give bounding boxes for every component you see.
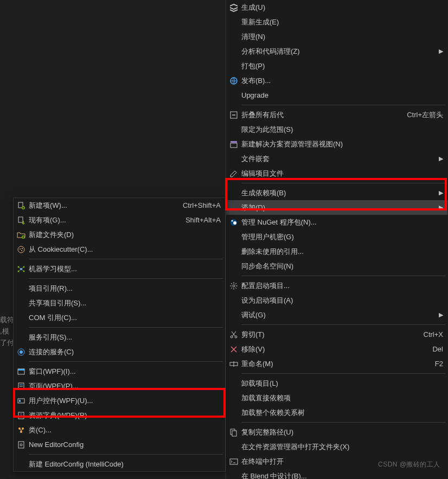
svg-rect-35 — [18, 399, 24, 403]
main-item-33[interactable]: 复制完整路径(U) — [226, 425, 447, 439]
main-item-30[interactable]: 加载直接依赖项 — [226, 391, 447, 405]
main-item-25[interactable]: 剪切(T)Ctrl+X — [226, 327, 447, 342]
add-item-7[interactable]: 项目引用(R)... — [14, 281, 225, 296]
collapse-icon — [226, 111, 241, 119]
main-item-21[interactable]: 配置启动项目... — [226, 278, 447, 293]
page-icon — [14, 382, 29, 391]
main-item-3[interactable]: 分析和代码清理(Z)▶ — [226, 44, 447, 59]
main-item-23[interactable]: 调试(G)▶ — [226, 308, 447, 322]
rename-icon — [226, 360, 241, 368]
svg-rect-4 — [231, 143, 237, 148]
add-item-8[interactable]: 共享项目引用(S)... — [14, 296, 225, 310]
svc-icon — [14, 348, 29, 356]
menu-item-label: 管理 NuGet 程序包(N)... — [241, 218, 443, 227]
menu-item-label: 从 Cookiecutter(C)... — [29, 245, 221, 254]
menu-item-label: 移除(V) — [241, 344, 421, 354]
main-item-16[interactable]: 管理 NuGet 程序包(N)... — [226, 215, 447, 229]
menu-item-label: 机器学习模型... — [29, 264, 221, 274]
menu-item-label: 发布(B)... — [241, 76, 443, 86]
menu-item-shortcut: Ctrl+Shift+A — [183, 201, 221, 209]
menu-item-label: 管理用户机密(G) — [241, 232, 443, 242]
main-item-27[interactable]: 重命名(M)F2 — [226, 356, 447, 371]
menu-item-label: 剪切(T) — [241, 330, 413, 340]
menu-item-label: 用户控件(WPF)(U)... — [29, 396, 221, 406]
bg-text-3: 了付 — [0, 337, 14, 349]
copy-icon — [226, 428, 241, 437]
add-separator — [29, 259, 223, 259]
add-item-17[interactable]: 资源字典(WPF)(R)... — [14, 408, 225, 423]
main-item-19[interactable]: 同步命名空间(N) — [226, 259, 447, 273]
main-item-1[interactable]: 重新生成(E) — [226, 15, 447, 29]
add-item-1[interactable]: 现有项(G)...Shift+Alt+A — [14, 213, 225, 227]
svg-point-20 — [18, 246, 24, 253]
main-item-11[interactable]: 文件嵌套▶ — [226, 151, 447, 166]
add-item-19[interactable]: New EditorConfig — [14, 437, 225, 452]
add-item-16[interactable]: 用户控件(WPF)(U)... — [14, 393, 225, 408]
main-item-14[interactable]: 生成依赖项(B)▶ — [226, 186, 447, 200]
main-item-36[interactable]: 在 Blend 中设计(B)... — [226, 469, 447, 479]
main-item-31[interactable]: 加载整个依赖关系树 — [226, 405, 447, 420]
cut-icon — [226, 330, 241, 339]
main-item-22[interactable]: 设为启动项目(A) — [226, 293, 447, 308]
add-item-11[interactable]: 服务引用(S)... — [14, 330, 225, 344]
add-item-5[interactable]: 机器学习模型... — [14, 261, 225, 276]
menu-item-label: COM 引用(C)... — [29, 313, 221, 323]
add-separator — [29, 361, 223, 362]
add-separator — [29, 278, 223, 279]
main-item-17[interactable]: 管理用户机密(G) — [226, 229, 447, 244]
menu-item-label: 调试(G) — [241, 310, 436, 320]
submenu-arrow-icon: ▶ — [436, 189, 443, 196]
add-item-3[interactable]: 从 Cookiecutter(C)... — [14, 242, 225, 257]
menu-item-label: 限定为此范围(S) — [241, 125, 443, 135]
add-item-0[interactable]: 新建项(W)...Ctrl+Shift+A — [14, 198, 225, 213]
svg-point-8 — [233, 285, 235, 287]
main-item-4[interactable]: 打包(P) — [226, 59, 447, 73]
main-item-10[interactable]: 新建解决方案资源管理器视图(N) — [226, 137, 447, 151]
gear-icon — [226, 282, 241, 290]
config-icon — [14, 440, 29, 449]
add-item-9[interactable]: COM 引用(C)... — [14, 310, 225, 325]
main-item-26[interactable]: 移除(V)Del — [226, 342, 447, 356]
svg-point-23 — [21, 250, 22, 251]
menu-item-label: 清理(N) — [241, 32, 443, 42]
main-item-9[interactable]: 限定为此范围(S) — [226, 122, 447, 137]
main-item-15[interactable]: 添加(D)▶ — [226, 200, 447, 215]
context-menu-main[interactable]: 生成(U)重新生成(E)清理(N)分析和代码清理(Z)▶打包(P)发布(B)..… — [226, 0, 447, 479]
add-item-12[interactable]: 连接的服务(C) — [14, 344, 225, 359]
menu-item-label: 同步命名空间(N) — [241, 261, 443, 271]
window-icon — [14, 367, 29, 376]
main-item-2[interactable]: 清理(N) — [226, 29, 447, 44]
menu-item-label: 新建解决方案资源管理器视图(N) — [241, 139, 443, 149]
svg-rect-41 — [18, 442, 24, 448]
main-item-12[interactable]: 编辑项目文件 — [226, 166, 447, 181]
add-item-21[interactable]: 新建 EditorConfig (IntelliCode) — [14, 457, 225, 471]
main-item-29[interactable]: 卸载项目(L) — [226, 376, 447, 391]
view-icon — [226, 140, 241, 149]
main-item-18[interactable]: 删除未使用的引用... — [226, 244, 447, 259]
main-item-34[interactable]: 在文件资源管理器中打开文件夹(X) — [226, 439, 447, 454]
publish-icon — [226, 76, 241, 85]
main-separator — [241, 105, 445, 105]
main-separator — [241, 422, 445, 423]
main-separator — [241, 324, 445, 325]
main-item-8[interactable]: 折叠所有后代Ctrl+左箭头 — [226, 107, 447, 122]
context-menu-add[interactable]: 新建项(W)...Ctrl+Shift+A现有项(G)...Shift+Alt+… — [13, 197, 226, 472]
add-item-18[interactable]: 类(C)... — [14, 423, 225, 437]
resdict-icon — [14, 411, 29, 420]
add-item-14[interactable]: 窗口(WPF)(I)... — [14, 364, 225, 379]
menu-item-label: 设为启动项目(A) — [241, 296, 443, 305]
menu-item-label: 类(C)... — [29, 425, 221, 435]
menu-item-label: 新建项(W)... — [29, 201, 172, 210]
submenu-arrow-icon: ▶ — [436, 48, 443, 55]
existitem-icon — [14, 216, 29, 225]
uc-icon — [14, 397, 29, 405]
main-item-5[interactable]: 发布(B)... — [226, 73, 447, 88]
main-item-6[interactable]: Upgrade — [226, 88, 447, 103]
menu-item-label: 窗口(WPF)(I)... — [29, 367, 221, 376]
add-item-15[interactable]: 页面(WPF)(P)... — [14, 379, 225, 393]
main-item-0[interactable]: 生成(U) — [226, 0, 447, 15]
menu-item-label: 在 Blend 中设计(B)... — [241, 471, 443, 480]
svg-rect-18 — [18, 217, 23, 222]
menu-item-label: 删除未使用的引用... — [241, 247, 443, 257]
add-item-2[interactable]: 新建文件夹(D) — [14, 227, 225, 242]
